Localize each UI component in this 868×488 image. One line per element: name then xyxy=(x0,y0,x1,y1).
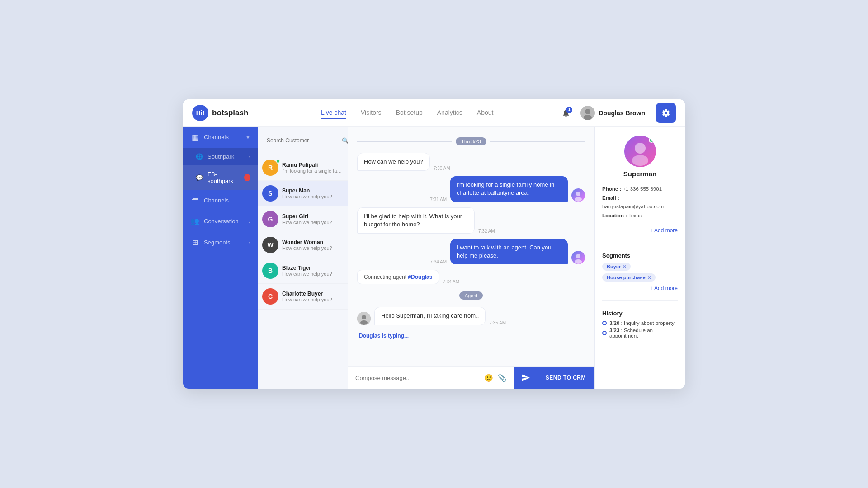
contact-info: Phone : +1 336 555 8901 Email : harry.is… xyxy=(602,185,678,220)
sidebar-item-segments[interactable]: ⊞ Segments › xyxy=(183,232,258,253)
logo-icon: Hi! xyxy=(192,105,208,121)
tab-live-chat[interactable]: Live chat xyxy=(321,107,346,119)
main-content: ▦ Channels ▼ 🌐 Southpark › 💬 FB-southpar… xyxy=(183,127,685,389)
message-bubble: I want to talk with an agent. Can you he… xyxy=(450,239,568,264)
svg-point-7 xyxy=(576,254,580,258)
svg-point-2 xyxy=(584,115,592,120)
divider-line-left2 xyxy=(357,296,456,296)
conversation-item[interactable]: S Super Man How can we help you? xyxy=(258,181,348,206)
emoji-icon[interactable]: 🙂 xyxy=(484,374,493,382)
segment-badge-buyer: Buyer ✕ xyxy=(602,263,631,271)
sidebar-item-conversation[interactable]: 👥 Conversation › xyxy=(183,211,258,232)
compose-icons: 🙂 📎 xyxy=(484,374,507,382)
message-time: 7:34 AM xyxy=(443,279,459,284)
convo-text: Ramu Pulipali I'm looking for a single f… xyxy=(282,162,343,174)
user-avatar xyxy=(580,106,595,120)
conversation-item[interactable]: R Ramu Pulipali I'm looking for a single… xyxy=(258,155,348,181)
message-time: 7:30 AM xyxy=(434,166,450,171)
date-divider: Thu 3/23 xyxy=(357,137,585,145)
conversation-item[interactable]: C Charlotte Buyer How can we help you? xyxy=(258,284,348,310)
message-bubble: I'll be glad to help with it. What is yo… xyxy=(357,207,475,234)
message-bubble: Hello Superman, I'll taking care from.. xyxy=(374,307,486,325)
chevron-right-icon: › xyxy=(249,154,250,160)
nav-tabs: Live chat Visitors Bot setup Analytics A… xyxy=(255,107,559,119)
avatar-superman: S xyxy=(262,185,278,202)
chat-area: Thu 3/23 How can we help you? 7:30 AM 7:… xyxy=(348,127,594,389)
user-avatar-img xyxy=(580,106,595,120)
tab-analytics[interactable]: Analytics xyxy=(437,107,462,119)
tab-visitors[interactable]: Visitors xyxy=(361,107,382,119)
avatar-charlottebuyer: C xyxy=(262,288,278,305)
message-bubble: I'm looking for a single family home in … xyxy=(450,176,568,202)
send-to-crm-button[interactable]: SEND TO CRM xyxy=(538,367,594,389)
message-row-system: Connecting agent #Douglas 7:34 AM xyxy=(357,270,585,284)
sidebar-sub: 🌐 Southpark › 💬 FB-southpark xyxy=(183,148,258,190)
segment-badge-housepurchase: House purchase ✕ xyxy=(602,273,656,282)
agent-link[interactable]: #Douglas xyxy=(408,274,432,280)
sidebar-item-channels2[interactable]: 🗃 Channels xyxy=(183,190,258,211)
svg-point-8 xyxy=(575,259,582,264)
conversation-item[interactable]: G Super Girl How can we help you? xyxy=(258,206,348,232)
notification-badge: 1 xyxy=(566,107,572,113)
sidebar-item-fb-southpark[interactable]: 💬 FB-southpark xyxy=(183,165,258,190)
compose-area: 🙂 📎 SEND TO CRM xyxy=(348,366,594,389)
channels2-icon: 🗃 xyxy=(190,196,199,204)
compose-input[interactable] xyxy=(355,375,484,381)
add-more-info-link[interactable]: + Add more xyxy=(602,227,678,234)
send-icon xyxy=(521,373,530,382)
divider xyxy=(602,243,678,243)
history-title: History xyxy=(602,310,678,317)
chevron-right-icon2: › xyxy=(249,219,250,224)
compose-row: 🙂 📎 SEND TO CRM xyxy=(348,366,594,389)
message-time: 7:35 AM xyxy=(489,320,506,325)
send-area: SEND TO CRM xyxy=(514,367,594,389)
message-row: How can we help you? 7:30 AM xyxy=(357,153,585,171)
conversation-item[interactable]: B Blaze Tiger How can we help you? xyxy=(258,258,348,284)
add-segment-link[interactable]: + Add more xyxy=(602,285,678,291)
compose-input-wrapper: 🙂 📎 xyxy=(348,367,514,389)
email-info: Email : harry.istapain@yahoo.com xyxy=(602,194,678,211)
svg-point-11 xyxy=(360,320,368,325)
svg-point-5 xyxy=(575,197,582,202)
agent-divider: Agent xyxy=(357,291,585,300)
channels-icon: ▦ xyxy=(190,133,199,141)
divider2 xyxy=(602,300,678,301)
svg-point-1 xyxy=(585,109,590,114)
conversation-item[interactable]: W Wonder Woman How can we help you? xyxy=(258,232,348,258)
message-time: 7:32 AM xyxy=(478,229,495,234)
sidebar-item-channels[interactable]: ▦ Channels ▼ xyxy=(183,127,258,148)
svg-point-4 xyxy=(576,192,580,196)
segment-remove-buyer[interactable]: ✕ xyxy=(623,264,626,269)
online-status-dot xyxy=(649,137,654,143)
tab-bot-setup[interactable]: Bot setup xyxy=(396,107,423,119)
attachment-icon[interactable]: 📎 xyxy=(498,374,507,382)
header-right: 1 Douglas Brown xyxy=(559,103,676,123)
chevron-down-icon: ▼ xyxy=(245,135,250,140)
date-divider-label: Thu 3/23 xyxy=(456,137,486,145)
avatar-agent xyxy=(357,312,371,325)
gear-icon xyxy=(661,108,670,117)
avatar-wonderwoman: W xyxy=(262,237,278,253)
settings-button[interactable] xyxy=(656,103,676,123)
conversation-items: R Ramu Pulipali I'm looking for a single… xyxy=(258,155,348,389)
header: Hi! botsplash Live chat Visitors Bot set… xyxy=(183,99,685,127)
typing-indicator: Douglas is typing... xyxy=(357,331,585,339)
segment-remove-housepurchase[interactable]: ✕ xyxy=(647,275,651,280)
send-icon-button[interactable] xyxy=(514,367,538,389)
convo-text: Blaze Tiger How can we help you? xyxy=(282,265,343,277)
divider-line-right2 xyxy=(486,296,585,296)
message-row: I'll be glad to help with it. What is yo… xyxy=(357,207,585,234)
history-section: History 3/20 : Inquiry about property 3/… xyxy=(602,310,678,340)
history-item: 3/23 : Schedule an appointment xyxy=(602,328,678,338)
message-row-agent: Hello Superman, I'll taking care from.. … xyxy=(357,307,585,325)
sidebar-item-southpark[interactable]: 🌐 Southpark › xyxy=(183,148,258,165)
tab-about[interactable]: About xyxy=(477,107,494,119)
divider-line-left xyxy=(357,141,452,142)
chat-messages: Thu 3/23 How can we help you? 7:30 AM 7:… xyxy=(348,127,594,366)
message-time: 7:31 AM xyxy=(430,197,447,202)
history-item: 3/20 : Inquiry about property xyxy=(602,320,678,326)
fb-notif-badge xyxy=(244,174,250,181)
search-input[interactable] xyxy=(262,132,339,149)
notification-button[interactable]: 1 xyxy=(559,106,573,120)
segments-area: Buyer ✕ House purchase ✕ xyxy=(602,263,678,282)
